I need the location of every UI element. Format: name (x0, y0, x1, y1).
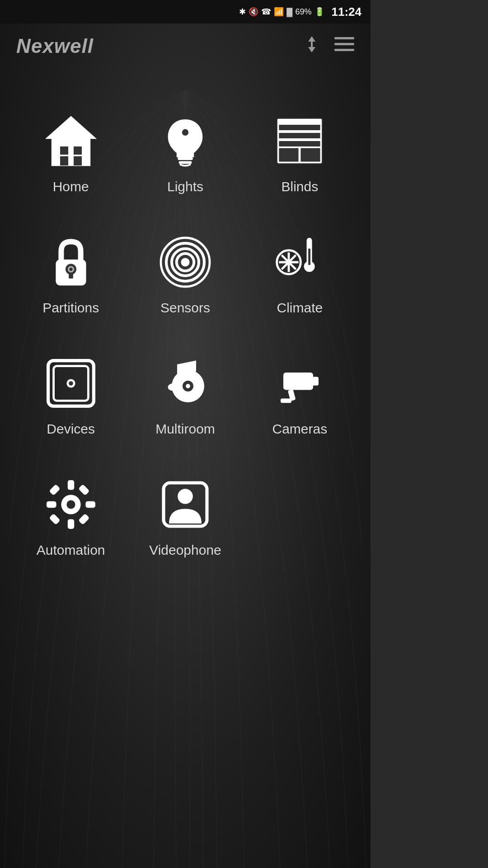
svg-point-65 (178, 489, 193, 504)
wifi-icon: 📶 (274, 7, 284, 17)
svg-marker-0 (308, 36, 315, 42)
battery-percent: 69% (295, 7, 311, 17)
climate-label: Climate (277, 300, 323, 316)
svg-point-15 (182, 129, 188, 136)
multiroom-icon (158, 356, 212, 410)
svg-rect-61 (78, 514, 89, 525)
svg-rect-9 (60, 146, 68, 155)
grid-item-sensors[interactable]: Sensors (128, 217, 242, 338)
blinds-label: Blinds (281, 179, 318, 194)
status-time: 11:24 (332, 5, 362, 19)
grid-item-videophone[interactable]: Videophone (128, 459, 242, 580)
svg-rect-7 (52, 138, 90, 165)
home-label: Home (53, 179, 89, 194)
svg-rect-57 (67, 519, 74, 529)
header: Nexwell (0, 24, 371, 69)
automation-label: Automation (37, 542, 105, 558)
svg-rect-62 (78, 484, 89, 495)
battery-icon: 🔋 (314, 7, 324, 17)
grid-item-home[interactable]: Home (14, 96, 128, 217)
partitions-icon (44, 235, 98, 289)
grid-item-multiroom[interactable]: Multiroom (128, 338, 242, 459)
bluetooth-icon: ✱ (239, 7, 246, 17)
svg-rect-10 (74, 146, 82, 155)
svg-point-49 (168, 383, 179, 391)
app-logo: Nexwell (16, 35, 94, 57)
sort-icon[interactable] (303, 35, 321, 57)
blinds-icon (272, 114, 327, 168)
lights-label: Lights (167, 179, 203, 194)
svg-marker-1 (308, 47, 315, 52)
status-icons: ✱ 🔇 ☎ 📶 ▓ 69% 🔋 (239, 7, 324, 17)
sensors-icon (158, 235, 212, 289)
svg-rect-14 (179, 161, 192, 164)
svg-point-28 (181, 258, 189, 266)
climate-icon (272, 235, 327, 289)
grid-item-cameras[interactable]: Cameras (243, 338, 357, 459)
videophone-label: Videophone (149, 542, 221, 558)
signal-icon: ▓ (286, 7, 292, 17)
grid-item-devices[interactable]: Devices (14, 338, 128, 459)
svg-rect-58 (47, 501, 56, 508)
svg-point-44 (69, 381, 73, 386)
status-bar: ✱ 🔇 ☎ 📶 ▓ 69% 🔋 11:24 (0, 0, 371, 24)
grid-item-climate[interactable]: Climate (243, 217, 357, 338)
svg-rect-22 (301, 148, 320, 162)
partitions-label: Partitions (42, 300, 99, 316)
svg-rect-18 (279, 125, 320, 130)
multiroom-label: Multiroom (155, 421, 215, 437)
devices-icon (44, 356, 98, 410)
grid-item-automation[interactable]: Automation (14, 459, 128, 580)
mute-icon: 🔇 (249, 7, 258, 17)
svg-rect-5 (334, 49, 354, 51)
sensors-label: Sensors (160, 300, 210, 316)
svg-rect-20 (279, 141, 320, 146)
lights-icon (158, 114, 212, 168)
call-icon: ☎ (261, 7, 271, 17)
svg-rect-25 (69, 272, 73, 278)
cameras-icon (272, 356, 327, 410)
svg-rect-11 (60, 156, 68, 165)
svg-rect-19 (279, 133, 320, 138)
svg-rect-59 (85, 501, 95, 508)
header-actions (303, 35, 354, 57)
svg-rect-53 (281, 399, 291, 403)
cameras-label: Cameras (272, 421, 327, 437)
automation-icon (44, 477, 98, 532)
grid-item-blinds[interactable]: Blinds (243, 96, 357, 217)
svg-rect-60 (49, 484, 60, 495)
svg-rect-3 (334, 37, 354, 39)
svg-rect-12 (74, 156, 82, 165)
devices-label: Devices (47, 421, 95, 437)
svg-rect-21 (279, 148, 299, 162)
main-grid: Home Lights (0, 69, 371, 459)
svg-rect-13 (178, 157, 193, 160)
bottom-row: Automation Videophone (0, 459, 371, 580)
svg-rect-2 (311, 42, 313, 47)
grid-item-lights[interactable]: Lights (128, 96, 242, 217)
videophone-icon (158, 477, 212, 532)
svg-point-47 (186, 384, 190, 388)
svg-rect-56 (67, 480, 74, 490)
home-icon (44, 114, 98, 168)
svg-rect-63 (49, 514, 60, 525)
svg-rect-4 (334, 43, 354, 45)
svg-point-27 (69, 268, 72, 271)
svg-point-55 (66, 500, 75, 509)
svg-rect-40 (309, 249, 311, 265)
grid-item-partitions[interactable]: Partitions (14, 217, 128, 338)
menu-icon[interactable] (334, 37, 354, 55)
svg-rect-51 (308, 377, 319, 386)
